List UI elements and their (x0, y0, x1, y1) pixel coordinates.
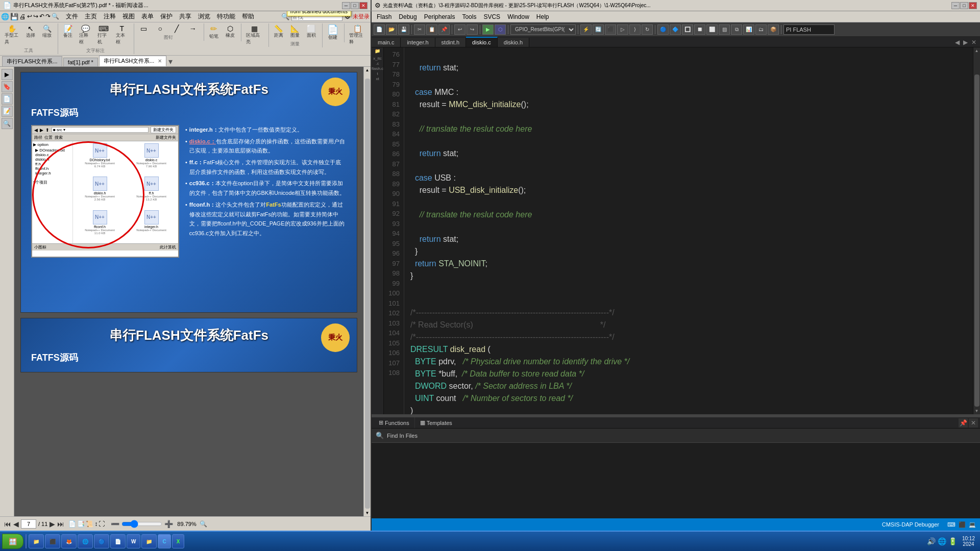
pdf-view-scroll[interactable]: 📜 (86, 520, 93, 528)
gpio-dropdown[interactable]: GPIO_ResetBits(GPI( (510, 24, 576, 35)
pdf-view-cont[interactable]: ↕ (94, 520, 97, 528)
code-tab-integer[interactable]: integer.h (401, 38, 435, 47)
code-tool-redo[interactable]: ↪ (467, 24, 478, 35)
code-tool-19[interactable]: 🗂 (755, 24, 767, 35)
code-tool-11[interactable]: 🔵 (657, 24, 669, 35)
sidebar-icon-2[interactable]: 📄 (2, 93, 13, 105)
ribbon-btn-area-highlight[interactable]: ▦ 区域高亮 (243, 23, 265, 47)
taskbar-btn-code[interactable]: C (158, 534, 170, 548)
sidebar-icon-3[interactable]: 📝 (2, 106, 13, 117)
ribbon-btn-circle[interactable]: ○ (153, 23, 168, 34)
pdf-tab-0[interactable]: 串行FLASH文件系... (2, 56, 62, 66)
code-tool-copy[interactable]: 📋 (426, 24, 437, 35)
sidebar-icon-1[interactable]: 🔖 (2, 81, 13, 92)
pdf-menu-item-form[interactable]: 表单 (138, 12, 157, 21)
code-tool-6[interactable]: 🔄 (593, 24, 604, 35)
code-tool-debug[interactable]: ⬡ (495, 24, 506, 35)
pdf-view-two[interactable]: 📑 (77, 520, 85, 528)
code-tool-8[interactable]: ▷ (617, 24, 628, 35)
code-search-input[interactable] (783, 24, 835, 35)
pdf-nav-last[interactable]: ⏭ (57, 520, 64, 528)
taskbar-btn-clip[interactable]: 🔵 (94, 534, 109, 548)
bottom-panel-close[interactable]: ✕ (969, 418, 978, 428)
ribbon-btn-area-measure[interactable]: ⬜ 面积 (304, 23, 319, 40)
code-tool-12[interactable]: 🔷 (670, 24, 681, 35)
code-nav-file-0[interactable]: x_itc (373, 56, 381, 61)
code-tab-scroll-right[interactable]: ▶ (962, 39, 969, 46)
code-scrollbar[interactable]: ▲ ▼ (973, 47, 980, 414)
pdf-scrollbar[interactable]: ▲ ▼ (363, 67, 371, 516)
code-menu-flash[interactable]: Flash (374, 13, 395, 21)
ribbon-btn-create[interactable]: 📄 创建 (325, 23, 341, 42)
ribbon-btn-perimeter[interactable]: 📐 图量 (287, 23, 303, 40)
pdf-menu-item-file[interactable]: 文件 (63, 12, 81, 21)
code-tool-9[interactable]: ⟩ (629, 24, 641, 35)
ribbon-btn-select[interactable]: ↖ 选择 (23, 23, 38, 47)
code-close-btn[interactable]: ✕ (969, 2, 977, 9)
bottom-panel-pin[interactable]: 📌 (959, 418, 968, 428)
taskbar-btn-pdf[interactable]: 📄 (110, 534, 126, 548)
taskbar-btn-folder[interactable]: 📁 (29, 534, 44, 548)
pdf-menu-item-help[interactable]: 帮助 (239, 12, 257, 21)
sidebar-icon-0[interactable]: ▶ (2, 69, 13, 80)
pdf-menu-item-view[interactable]: 视图 (119, 12, 138, 21)
ribbon-btn-zoom[interactable]: 🔍 缩放 (39, 23, 55, 47)
code-menu-window[interactable]: Window (504, 13, 532, 21)
pdf-zoom-icon[interactable]: 🔍 (200, 520, 207, 528)
taskbar-btn-terminal[interactable]: ⬛ (45, 534, 60, 548)
code-tab-scroll-left[interactable]: ◀ (953, 39, 961, 46)
pdf-zoom-out[interactable]: ➖ (111, 520, 119, 528)
pdf-nav-prev[interactable]: ◀ (13, 520, 19, 528)
sidebar-icon-4[interactable]: 🔍 (2, 118, 13, 129)
code-menu-peripherals[interactable]: Peripherals (421, 13, 458, 21)
code-nav-file-1[interactable]: .c (376, 61, 379, 66)
code-tab-diskio-c[interactable]: diskio.c (466, 37, 498, 47)
ribbon-btn-hand[interactable]: ✋ 手型工具 (2, 23, 22, 47)
code-tool-13[interactable]: 🔳 (682, 24, 693, 35)
pdf-menu-item-comment[interactable]: 注释 (101, 12, 119, 21)
pdf-menu-item-protect[interactable]: 保护 (157, 12, 176, 21)
code-tool-open[interactable]: 📂 (386, 24, 397, 35)
code-tab-main[interactable]: main.c (372, 38, 401, 47)
code-maximize-btn[interactable]: □ (960, 2, 968, 9)
taskbar-btn-word[interactable]: W (127, 534, 140, 548)
code-nav-icon-0[interactable]: 📁 (375, 48, 380, 54)
code-tool-16[interactable]: ▨ (719, 24, 730, 35)
code-nav-file-3[interactable]: t (377, 71, 378, 76)
ribbon-btn-rect[interactable]: ▭ (136, 23, 152, 34)
ribbon-btn-typewriter[interactable]: ⌨ 打字机 (95, 23, 112, 47)
pdf-tab-1[interactable]: fat[1].pdf * (63, 58, 98, 66)
pdf-minimize-btn[interactable]: ─ (342, 2, 350, 9)
code-minimize-btn[interactable]: ─ (951, 2, 960, 9)
ribbon-btn-note[interactable]: 📝 备注 (60, 23, 76, 47)
code-tool-14[interactable]: 🔲 (694, 24, 705, 35)
bottom-tab-functions[interactable]: ⊞ Functions (374, 417, 415, 428)
code-nav-file-2[interactable]: flash.c (372, 66, 383, 71)
taskbar-btn-browser[interactable]: 🌐 (78, 534, 93, 548)
ribbon-btn-manage[interactable]: 📋 管理注释 (347, 23, 369, 47)
taskbar-btn-folder2[interactable]: 📁 (141, 534, 157, 548)
pdf-zoom-in[interactable]: ➕ (164, 520, 173, 528)
code-menu-help[interactable]: Help (533, 13, 552, 21)
pdf-menu-item-special[interactable]: 特功能 (214, 12, 238, 21)
code-tool-10[interactable]: ↻ (642, 24, 653, 35)
code-tool-17[interactable]: ⧉ (731, 24, 742, 35)
code-tab-close-all[interactable]: ✕ (970, 39, 978, 46)
bottom-panel-content[interactable] (372, 443, 980, 518)
pdf-menu-item-share[interactable]: 共享 (176, 12, 194, 21)
code-menu-svcs[interactable]: SVCS (480, 13, 503, 21)
pdf-menu-item-browse[interactable]: 浏览 (195, 12, 213, 21)
code-tool-7[interactable]: ⬛ (605, 24, 616, 35)
ribbon-btn-textbox[interactable]: T 文本框 (113, 23, 131, 47)
code-tool-5[interactable]: ⚡ (580, 24, 592, 35)
pdf-scroll-content[interactable]: 秉火 串行FLASH文件系统FatFs FATFS源码 ◀▶⬆ (14, 67, 363, 516)
ribbon-btn-comment-box[interactable]: 💬 注释框 (77, 23, 94, 47)
taskbar-btn-firefox[interactable]: 🦊 (61, 534, 77, 548)
code-menu-tools[interactable]: Tools (459, 13, 479, 21)
pdf-tab-dropdown[interactable]: ▾ (168, 57, 173, 66)
bottom-tab-templates[interactable]: ▦ Templates (415, 417, 457, 428)
ribbon-btn-pencil[interactable]: ✏ 铅笔 (206, 23, 222, 41)
pdf-nav-first[interactable]: ⏮ (4, 520, 11, 528)
taskbar-start-button[interactable]: 🪟 (2, 534, 23, 549)
code-tool-cut[interactable]: ✂ (414, 24, 425, 35)
